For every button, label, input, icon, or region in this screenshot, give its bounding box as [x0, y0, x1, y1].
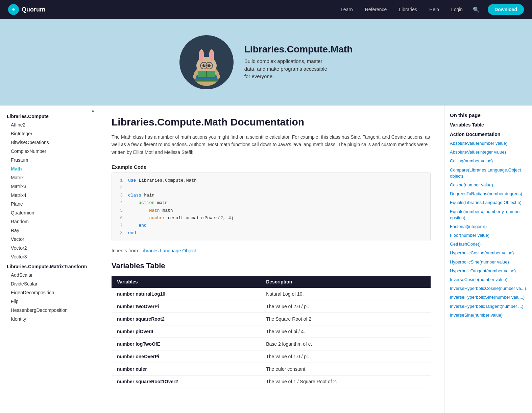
- table-row: number squareRoot2The Square Root of 2: [112, 313, 431, 325]
- example-code-title: Example Code: [112, 164, 431, 170]
- sidebar-item-math[interactable]: Math: [0, 164, 98, 173]
- var-desc: The value of pi / 4.: [261, 325, 431, 338]
- toc-link[interactable]: Floor(number value): [450, 231, 527, 240]
- svg-point-7: [200, 51, 203, 62]
- hero-title: Libraries.Compute.Math: [244, 44, 353, 55]
- on-this-page-title: On this page: [450, 112, 527, 118]
- sidebar-item-addscalar[interactable]: AddScalar: [0, 271, 98, 279]
- sidebar-item-plane[interactable]: Plane: [0, 200, 98, 208]
- brand[interactable]: Quorum: [8, 4, 45, 15]
- inherits-text: Inherits from: Libraries.Language.Object: [112, 248, 431, 253]
- toc-container: Variables TableAction DocumentationAbsol…: [450, 122, 527, 320]
- nav-reference[interactable]: Reference: [360, 4, 392, 15]
- hero-section: Libraries.Compute.Math Build complex app…: [0, 19, 532, 106]
- sidebar-section-2-title: Libraries.Compute.MatrixTransform: [0, 261, 98, 271]
- search-icon[interactable]: 🔍: [470, 4, 482, 16]
- brand-label: Quorum: [22, 6, 45, 13]
- download-button[interactable]: Download: [488, 4, 524, 15]
- svg-point-14: [204, 65, 205, 66]
- table-header-row: Variables Description: [112, 276, 431, 288]
- var-desc: The Square Root of 2: [261, 313, 431, 325]
- toc-link[interactable]: InverseHyperbolicTangent(number ...): [450, 302, 527, 311]
- page-title: Libraries.Compute.Math Documentation: [112, 116, 431, 128]
- sidebar-item-dividescalar[interactable]: DivideScalar: [0, 279, 98, 288]
- toc-link[interactable]: Factorial(integer n): [450, 222, 527, 231]
- svg-point-8: [210, 51, 213, 62]
- var-desc: The value of 1 / Square Root of 2.: [261, 375, 431, 388]
- var-desc: Natural Log of 10.: [261, 288, 431, 300]
- sidebar-item-vector2[interactable]: Vector2: [0, 244, 98, 252]
- sidebar-item-quaternion[interactable]: Quaternion: [0, 208, 98, 217]
- inherits-link[interactable]: Libraries.Language.Object: [141, 248, 196, 253]
- table-row: number twoOverPiThe value of 2.0 / pi.: [112, 300, 431, 313]
- toc-link[interactable]: DegreesToRadians(number degrees): [450, 189, 527, 198]
- toc-link[interactable]: HyperbolicSine(number value): [450, 258, 527, 267]
- sidebar-item-biginteger[interactable]: BigInteger: [0, 129, 98, 138]
- sidebar-item-hessenbergdecomposition[interactable]: HessenbergDecomposition: [0, 306, 98, 315]
- logo-icon: [8, 4, 19, 15]
- intro-text: The Math class has a number of math acti…: [112, 133, 431, 156]
- sidebar-item-vector[interactable]: Vector: [0, 235, 98, 244]
- table-row: number eulerThe euler constant.: [112, 363, 431, 375]
- nav-login[interactable]: Login: [446, 4, 467, 15]
- hero-subtitle: Build complex applications, master data,…: [244, 58, 332, 81]
- code-line-5: 5 Math math: [117, 207, 425, 214]
- nav-learn[interactable]: Learn: [336, 4, 358, 15]
- toc-link[interactable]: GetHashCode(): [450, 240, 527, 249]
- code-line-1: 1 use Libraries.Compute.Math: [117, 177, 425, 184]
- toc-link[interactable]: InverseHyperbolicSine(number valu...): [450, 293, 527, 302]
- code-line-4: 4 action main: [117, 199, 425, 207]
- left-sidebar: ▲ Libraries.Compute Affine2 BigInteger B…: [0, 106, 98, 413]
- sidebar-item-matrix4[interactable]: Matrix4: [0, 191, 98, 200]
- variables-table: Variables Description number naturalLog1…: [112, 276, 431, 388]
- col-description: Description: [261, 276, 431, 288]
- code-line-8: 8 end: [117, 229, 425, 237]
- nav-libraries[interactable]: Libraries: [394, 4, 422, 15]
- table-row: number logTwoOfEBase 2 logarithm of e.: [112, 338, 431, 350]
- sidebar-item-bitwiseoperations[interactable]: BitwiseOperations: [0, 138, 98, 147]
- sidebar-item-matrix[interactable]: Matrix: [0, 173, 98, 182]
- sidebar-item-random[interactable]: Random: [0, 217, 98, 226]
- sidebar-item-vector3[interactable]: Vector3: [0, 252, 98, 261]
- toc-link[interactable]: HyperbolicCosine(number value): [450, 249, 527, 257]
- table-row: number oneOverPiThe value of 1.0 / pi.: [112, 350, 431, 363]
- toc-link[interactable]: Cosine(number value): [450, 181, 527, 189]
- var-name: number squareRoot2: [112, 313, 261, 325]
- toc-link[interactable]: HyperbolicTangent(number value): [450, 267, 527, 275]
- var-name: number piOver4: [112, 325, 261, 338]
- toc-link[interactable]: Ceiling(number value): [450, 157, 527, 165]
- navbar: Quorum Learn Reference Libraries Help Lo…: [0, 0, 532, 19]
- var-name: number logTwoOfE: [112, 338, 261, 350]
- table-row: number squareRoot1Over2The value of 1 / …: [112, 375, 431, 388]
- var-name: number squareRoot1Over2: [112, 375, 261, 388]
- var-name: number oneOverPi: [112, 350, 261, 363]
- mascot-svg: [185, 39, 228, 86]
- sidebar-item-affine2[interactable]: Affine2: [0, 120, 98, 129]
- toc-link[interactable]: Equals(Libraries.Language.Object o): [450, 198, 527, 207]
- sidebar-item-flip[interactable]: Flip: [0, 297, 98, 306]
- sidebar-item-frustum[interactable]: Frustum: [0, 156, 98, 164]
- sidebar-item-ray[interactable]: Ray: [0, 226, 98, 235]
- right-sidebar: On this page Variables TableAction Docum…: [444, 106, 532, 413]
- var-desc: The value of 1.0 / pi.: [261, 350, 431, 363]
- sidebar-item-identity[interactable]: Identity: [0, 315, 98, 323]
- toc-link[interactable]: InverseHyperbolicCosine(number va...): [450, 284, 527, 293]
- toc-link[interactable]: AbsoluteValue(number value): [450, 139, 527, 148]
- table-row: number naturalLog10Natural Log of 10.: [112, 288, 431, 300]
- var-name: number naturalLog10: [112, 288, 261, 300]
- main-layout: ▲ Libraries.Compute Affine2 BigInteger B…: [0, 106, 532, 413]
- sidebar-item-complexnumber[interactable]: ComplexNumber: [0, 147, 98, 156]
- nav-help[interactable]: Help: [425, 4, 444, 15]
- sidebar-item-matrix3[interactable]: Matrix3: [0, 182, 98, 191]
- toc-link[interactable]: InverseCosine(number value): [450, 275, 527, 284]
- table-row: number piOver4The value of pi / 4.: [112, 325, 431, 338]
- toc-link[interactable]: AbsoluteValue(integer value): [450, 148, 527, 157]
- code-line-2: 2: [117, 184, 425, 192]
- sidebar-item-eigendecomposition[interactable]: EigenDecomposition: [0, 288, 98, 297]
- toc-link[interactable]: InverseSine(number value): [450, 311, 527, 320]
- toc-link[interactable]: Equals(number x, number y, number epsilo…: [450, 207, 527, 222]
- sidebar-scroll-up[interactable]: ▲: [91, 108, 95, 113]
- svg-point-15: [209, 65, 210, 66]
- toc-link[interactable]: Compare(Libraries.Language.Object object…: [450, 166, 527, 181]
- var-name: number twoOverPi: [112, 300, 261, 313]
